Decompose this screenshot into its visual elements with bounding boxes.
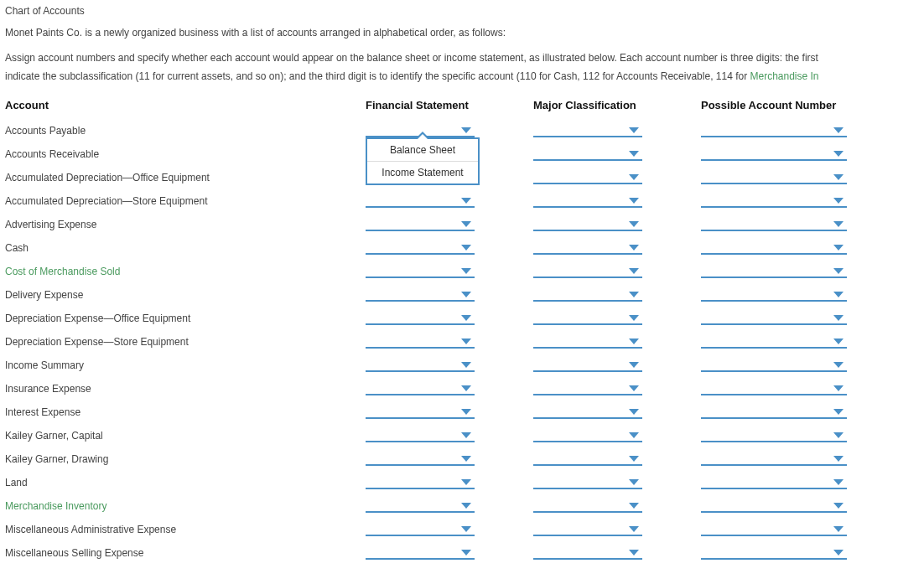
- dropdown-cell-pan: [701, 169, 894, 184]
- merchandise-link[interactable]: Merchandise In: [750, 70, 819, 82]
- dropdown-pan[interactable]: [701, 474, 847, 489]
- dropdown-pan[interactable]: [701, 521, 847, 536]
- dropdown-pan[interactable]: [701, 310, 847, 325]
- chevron-down-icon: [833, 479, 844, 485]
- dropdown-pan[interactable]: [701, 357, 847, 372]
- dropdown-fs[interactable]: [366, 545, 475, 560]
- account-name[interactable]: Cost of Merchandise Sold: [5, 264, 366, 277]
- dropdown-mc[interactable]: [533, 545, 642, 560]
- chevron-down-icon: [833, 432, 844, 438]
- dropdown-fs[interactable]: [366, 287, 475, 302]
- chevron-down-icon: [629, 198, 639, 204]
- dropdown-fs[interactable]: [366, 263, 475, 278]
- table-row: Income Summary: [5, 353, 919, 376]
- dropdown-option[interactable]: Balance Sheet: [367, 139, 478, 162]
- dropdown-mc[interactable]: [533, 380, 642, 395]
- dropdown-mc[interactable]: [533, 216, 642, 231]
- chevron-down-icon: [833, 174, 844, 180]
- dropdown-cell-fs: [366, 310, 533, 325]
- dropdown-fs[interactable]: [366, 193, 475, 208]
- dropdown-fs[interactable]: [366, 451, 475, 466]
- dropdown-mc[interactable]: [533, 146, 642, 161]
- chevron-down-icon: [629, 385, 639, 391]
- dropdown-pan[interactable]: [701, 498, 847, 513]
- dropdown-pan[interactable]: [701, 146, 847, 161]
- dropdown-pan[interactable]: [701, 122, 847, 137]
- dropdown-pan[interactable]: [701, 169, 847, 184]
- dropdown-pan[interactable]: [701, 193, 847, 208]
- dropdown-fs[interactable]: [366, 357, 475, 372]
- dropdown-fs[interactable]: [366, 380, 475, 395]
- table-row: Kailey Garner, Drawing: [5, 447, 919, 470]
- dropdown-option[interactable]: Income Statement: [367, 162, 478, 183]
- dropdown-mc[interactable]: [533, 451, 642, 466]
- dropdown-mc[interactable]: [533, 333, 642, 349]
- dropdown-cell-pan: [701, 310, 894, 325]
- dropdown-fs[interactable]: [366, 216, 475, 231]
- dropdown-cell-mc: [533, 380, 701, 395]
- dropdown-cell-mc: [533, 216, 701, 231]
- chevron-down-icon: [629, 362, 639, 368]
- dropdown-pan[interactable]: [701, 263, 847, 278]
- dropdown-fs[interactable]: [366, 404, 475, 419]
- chevron-down-icon: [461, 550, 471, 556]
- chevron-down-icon: [461, 479, 471, 485]
- dropdown-pan[interactable]: [701, 287, 847, 302]
- dropdown-mc[interactable]: [533, 310, 642, 325]
- account-name: Delivery Expense: [5, 287, 366, 301]
- dropdown-fs[interactable]: [366, 498, 475, 513]
- account-name[interactable]: Merchandise Inventory: [5, 499, 366, 512]
- dropdown-cell-fs: [366, 240, 533, 255]
- account-name: Accumulated Depreciation—Office Equipmen…: [5, 170, 366, 183]
- chevron-down-icon: [461, 339, 471, 344]
- table-row: Interest Expense: [5, 400, 919, 423]
- dropdown-mc[interactable]: [533, 169, 642, 184]
- dropdown-cell-fs: [366, 193, 533, 208]
- table-row: Depreciation Expense—Store Equipment: [5, 329, 919, 353]
- table-row: Depreciation Expense—Office Equipment: [5, 306, 919, 329]
- dropdown-cell-mc: [533, 146, 701, 161]
- dropdown-mc[interactable]: [533, 521, 642, 536]
- chevron-down-icon: [629, 174, 639, 180]
- dropdown-mc[interactable]: [533, 498, 642, 513]
- dropdown-pan[interactable]: [701, 545, 847, 560]
- dropdown-fs[interactable]: [366, 474, 475, 489]
- dropdown-fs[interactable]: [366, 521, 475, 536]
- dropdown-mc[interactable]: [533, 122, 642, 137]
- dropdown-pan[interactable]: [701, 404, 847, 419]
- dropdown-mc[interactable]: [533, 427, 642, 442]
- dropdown-cell-pan: [701, 263, 894, 278]
- table-row: Miscellaneous Administrative Expense: [5, 517, 919, 540]
- dropdown-cell-mc: [533, 521, 701, 536]
- dropdown-fs[interactable]: [366, 310, 475, 325]
- dropdown-mc[interactable]: [533, 287, 642, 302]
- chevron-down-icon: [461, 268, 471, 274]
- chevron-down-icon: [629, 409, 639, 415]
- account-name: Miscellaneous Selling Expense: [5, 545, 366, 559]
- dropdown-mc[interactable]: [533, 193, 642, 208]
- dropdown-mc[interactable]: [533, 404, 642, 419]
- dropdown-mc[interactable]: [533, 240, 642, 255]
- dropdown-cell-mc: [533, 287, 701, 302]
- dropdown-fs[interactable]: [366, 427, 475, 442]
- dropdown-pan[interactable]: [701, 451, 847, 466]
- dropdown-fs[interactable]: [366, 333, 475, 349]
- dropdown-fs[interactable]: [366, 240, 475, 255]
- dropdown-cell-fs: [366, 451, 533, 466]
- dropdown-pan[interactable]: [701, 427, 847, 442]
- dropdown-mc[interactable]: [533, 474, 642, 489]
- instructions-line1: Assign account numbers and specify wheth…: [5, 50, 919, 65]
- dropdown-pan[interactable]: [701, 380, 847, 395]
- dropdown-cell-mc: [533, 545, 701, 560]
- dropdown-pan[interactable]: [701, 216, 847, 231]
- dropdown-pan[interactable]: [701, 240, 847, 255]
- dropdown-pan[interactable]: [701, 333, 847, 349]
- chevron-down-icon: [629, 503, 639, 509]
- dropdown-mc[interactable]: [533, 263, 642, 278]
- dropdown-cell-fs: [366, 263, 533, 278]
- chevron-down-icon: [461, 456, 471, 462]
- dropdown-mc[interactable]: [533, 357, 642, 372]
- dropdown-cell-pan: [701, 193, 894, 208]
- dropdown-cell-pan: [701, 216, 894, 231]
- chevron-down-icon: [629, 221, 639, 227]
